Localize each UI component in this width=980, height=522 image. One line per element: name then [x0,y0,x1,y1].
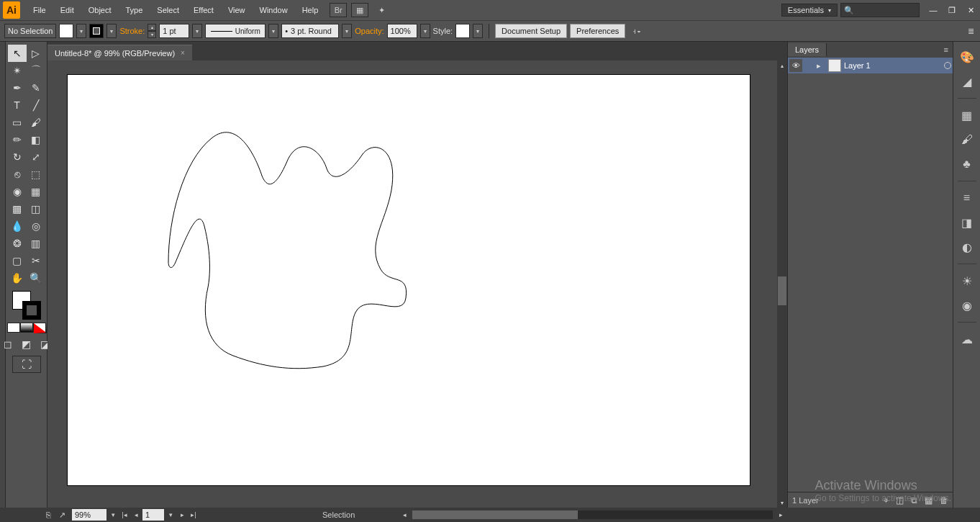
zoom-field[interactable]: 99% [72,509,106,521]
canvas[interactable] [53,60,776,508]
layers-tab[interactable]: Layers [788,43,827,56]
artboard-tool[interactable]: ▢ [8,252,27,269]
curvature-tool[interactable]: ✎ [27,79,45,96]
next-artboard-icon[interactable]: ▸ [177,509,187,521]
screen-mode[interactable]: ⛶ [12,356,41,373]
minimize-icon[interactable]: — [925,3,942,17]
menu-object[interactable]: Object [81,0,119,20]
blend-tool[interactable]: ◎ [27,217,45,235]
menu-view[interactable]: View [221,0,253,20]
brush-drop[interactable] [342,24,352,38]
new-sublayer-icon[interactable]: ⧉ [911,495,917,505]
menu-edit[interactable]: Edit [53,0,81,20]
direct-selection-tool[interactable]: ▷ [27,45,45,62]
scroll-up-icon[interactable]: ▴ [777,60,787,71]
color-mode[interactable] [7,323,46,333]
panel-menu-icon[interactable]: ≣ [968,27,974,36]
width-tool[interactable]: ⎋ [8,166,27,183]
make-clip-icon[interactable]: ◫ [896,495,904,505]
free-transform-tool[interactable]: ⬚ [27,166,45,183]
stroke-swatch[interactable] [89,24,104,38]
color-guide-icon[interactable]: ◢ [958,72,976,91]
delete-layer-icon[interactable]: 🗑 [940,495,948,505]
line-tool[interactable]: ╱ [27,96,45,114]
zoom-tool[interactable]: 🔍 [27,269,45,287]
gpu-icon[interactable]: ✦ [373,3,390,17]
opacity-field[interactable]: 100% [387,24,417,38]
brushes-icon[interactable]: 🖌 [958,130,976,149]
libraries-icon[interactable]: ☁ [958,330,976,348]
lasso-tool[interactable]: ⌒ [27,62,45,79]
restore-icon[interactable]: ❐ [943,3,961,17]
scale-tool[interactable]: ⤢ [27,148,45,166]
document-tab[interactable]: Untitled-8* @ 99% (RGB/Preview)× [47,45,192,60]
stroke-drop[interactable] [106,24,117,38]
symbols-icon[interactable]: ♣ [958,155,976,174]
style-swatch[interactable] [455,24,470,38]
graph-tool[interactable]: ▥ [27,235,45,252]
menu-window[interactable]: Window [253,0,295,20]
artboard[interactable] [68,75,750,485]
menu-type[interactable]: Type [119,0,150,20]
search-input[interactable]: 🔍 [840,3,920,17]
hscroll-right-icon[interactable]: ▸ [776,509,786,521]
draw-normal[interactable]: ◻ [0,336,17,353]
appearance-icon[interactable]: ☀ [958,271,976,290]
target-icon[interactable] [944,62,951,69]
locate-layer-icon[interactable]: ⌖ [884,495,889,505]
rotate-tool[interactable]: ↻ [8,148,27,166]
hand-tool[interactable]: ✋ [8,269,27,287]
horizontal-scrollbar[interactable] [412,510,773,519]
shape-builder-tool[interactable]: ◉ [8,183,27,200]
status-icon[interactable]: ⎘ [46,510,58,519]
menu-file[interactable]: File [26,0,53,20]
menu-help[interactable]: Help [295,0,326,20]
preferences-button[interactable]: Preferences [570,24,625,38]
document-setup-button[interactable]: Document Setup [495,24,567,38]
status-icon[interactable]: ↗ [59,510,71,520]
artwork-path[interactable] [68,75,750,485]
slice-tool[interactable]: ✂ [27,252,45,269]
opacity-drop[interactable] [420,24,430,38]
draw-behind[interactable]: ◩ [17,336,36,353]
selection-tool[interactable]: ↖ [8,45,27,62]
stroke-weight-field[interactable]: 1 pt [159,24,189,38]
eraser-tool[interactable]: ◧ [27,131,45,148]
workspace-switcher[interactable]: Essentials▾ [781,4,838,17]
tab-close-icon[interactable]: × [181,49,185,57]
pencil-tool[interactable]: ✏ [8,131,27,148]
stroke-panel-icon[interactable]: ≡ [958,189,976,207]
color-panel-icon[interactable]: 🎨 [958,48,976,66]
close-icon[interactable]: ✕ [962,3,979,17]
vertical-scrollbar[interactable]: ▴ ▾ [777,60,787,508]
transparency-icon[interactable]: ◐ [958,238,976,256]
zoom-drop[interactable]: ▾ [108,509,118,521]
style-drop[interactable] [473,24,483,38]
brush-field[interactable]: •3 pt. Round [281,24,339,38]
symbol-sprayer-tool[interactable]: ❂ [8,235,27,252]
fill-drop[interactable] [76,24,86,38]
last-artboard-icon[interactable]: ▸| [189,509,199,521]
artboard-number[interactable]: 1 [142,509,164,521]
fill-stroke-control[interactable] [12,291,41,320]
layer-name[interactable]: Layer 1 [844,61,871,70]
artboard-drop[interactable]: ▾ [165,509,176,521]
disclosure-icon[interactable]: ▸ [817,61,825,71]
gradient-tool[interactable]: ◫ [27,200,45,217]
rectangle-tool[interactable]: ▭ [8,114,27,131]
eyedropper-tool[interactable]: 💧 [8,217,27,235]
new-layer-icon[interactable]: ▦ [925,495,933,505]
paintbrush-tool[interactable]: 🖌 [27,114,45,131]
arrange-docs-icon[interactable]: ▦ [351,3,368,17]
perspective-tool[interactable]: ▦ [27,183,45,200]
stroke-profile-drop[interactable] [268,24,278,38]
menu-select[interactable]: Select [150,0,186,20]
visibility-icon[interactable]: 👁 [789,59,802,72]
stroke-weight-drop[interactable] [192,24,202,38]
dock-left[interactable] [0,42,6,508]
scroll-down-icon[interactable]: ▾ [777,498,787,508]
magic-wand-tool[interactable]: ✴ [8,62,27,79]
pen-tool[interactable]: ✒ [8,79,27,96]
type-tool[interactable]: T [8,96,27,114]
menu-effect[interactable]: Effect [186,0,221,20]
